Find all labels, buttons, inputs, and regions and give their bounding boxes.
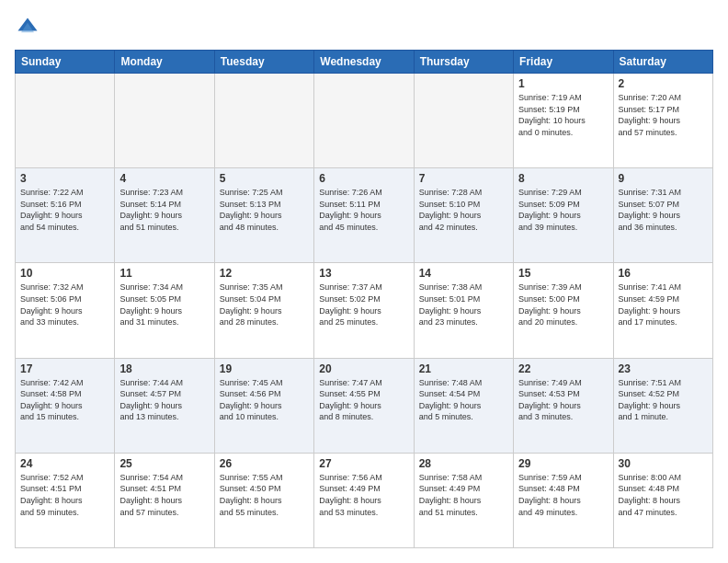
calendar-cell: 25Sunrise: 7:54 AM Sunset: 4:51 PM Dayli…: [115, 453, 214, 547]
calendar-cell: [16, 74, 115, 168]
day-number: 7: [419, 172, 508, 185]
calendar-cell: 1Sunrise: 7:19 AM Sunset: 5:19 PM Daylig…: [514, 74, 613, 168]
calendar-cell: 7Sunrise: 7:28 AM Sunset: 5:10 PM Daylig…: [414, 168, 513, 263]
day-info: Sunrise: 7:39 AM Sunset: 5:00 PM Dayligh…: [518, 282, 608, 327]
day-info: Sunrise: 7:32 AM Sunset: 5:06 PM Dayligh…: [20, 282, 109, 327]
day-number: 11: [119, 267, 209, 280]
day-number: 13: [319, 267, 408, 280]
day-info: Sunrise: 7:51 AM Sunset: 4:52 PM Dayligh…: [619, 377, 708, 423]
day-number: 23: [619, 362, 708, 375]
calendar-cell: 11Sunrise: 7:34 AM Sunset: 5:05 PM Dayli…: [115, 263, 214, 358]
day-number: 4: [119, 172, 209, 185]
calendar-cell: [414, 74, 513, 168]
logo-icon: [15, 15, 40, 40]
day-number: 10: [20, 267, 109, 280]
day-info: Sunrise: 7:55 AM Sunset: 4:50 PM Dayligh…: [220, 472, 309, 518]
day-number: 29: [518, 457, 608, 470]
day-number: 18: [119, 362, 209, 375]
calendar-cell: 26Sunrise: 7:55 AM Sunset: 4:50 PM Dayli…: [214, 453, 313, 547]
calendar-cell: 12Sunrise: 7:35 AM Sunset: 5:04 PM Dayli…: [214, 263, 313, 358]
day-number: 26: [220, 457, 309, 470]
day-number: 27: [319, 457, 408, 470]
day-info: Sunrise: 7:23 AM Sunset: 5:14 PM Dayligh…: [119, 187, 209, 233]
day-info: Sunrise: 7:44 AM Sunset: 4:57 PM Dayligh…: [119, 377, 209, 423]
calendar-cell: 6Sunrise: 7:26 AM Sunset: 5:11 PM Daylig…: [314, 168, 414, 263]
calendar-cell: 3Sunrise: 7:22 AM Sunset: 5:16 PM Daylig…: [16, 168, 115, 263]
day-number: 25: [119, 457, 209, 470]
calendar-cell: 20Sunrise: 7:47 AM Sunset: 4:55 PM Dayli…: [314, 358, 414, 453]
calendar-cell: 28Sunrise: 7:58 AM Sunset: 4:49 PM Dayli…: [414, 453, 513, 547]
day-number: 28: [419, 457, 508, 470]
day-number: 1: [518, 77, 608, 90]
day-number: 8: [518, 172, 608, 185]
calendar-cell: [214, 74, 313, 168]
calendar-cell: 21Sunrise: 7:48 AM Sunset: 4:54 PM Dayli…: [414, 358, 513, 453]
day-number: 17: [20, 362, 109, 375]
calendar-cell: 4Sunrise: 7:23 AM Sunset: 5:14 PM Daylig…: [115, 168, 214, 263]
day-number: 15: [518, 267, 608, 280]
weekday-header-row: SundayMondayTuesdayWednesdayThursdayFrid…: [16, 51, 713, 74]
calendar-cell: 9Sunrise: 7:31 AM Sunset: 5:07 PM Daylig…: [613, 168, 712, 263]
day-number: 3: [20, 172, 109, 185]
calendar-cell: 29Sunrise: 7:59 AM Sunset: 4:48 PM Dayli…: [514, 453, 613, 547]
week-row-5: 24Sunrise: 7:52 AM Sunset: 4:51 PM Dayli…: [16, 453, 713, 547]
day-info: Sunrise: 7:49 AM Sunset: 4:53 PM Dayligh…: [518, 377, 608, 423]
week-row-3: 10Sunrise: 7:32 AM Sunset: 5:06 PM Dayli…: [16, 263, 713, 358]
day-number: 21: [419, 362, 508, 375]
day-info: Sunrise: 7:47 AM Sunset: 4:55 PM Dayligh…: [319, 377, 408, 423]
weekday-header-monday: Monday: [115, 51, 214, 74]
day-number: 12: [220, 267, 309, 280]
day-info: Sunrise: 7:59 AM Sunset: 4:48 PM Dayligh…: [518, 472, 608, 518]
day-info: Sunrise: 7:37 AM Sunset: 5:02 PM Dayligh…: [319, 282, 408, 327]
calendar-cell: 19Sunrise: 7:45 AM Sunset: 4:56 PM Dayli…: [214, 358, 313, 453]
calendar-cell: 23Sunrise: 7:51 AM Sunset: 4:52 PM Dayli…: [613, 358, 712, 453]
day-info: Sunrise: 7:25 AM Sunset: 5:13 PM Dayligh…: [220, 187, 309, 233]
header: [15, 15, 713, 40]
week-row-4: 17Sunrise: 7:42 AM Sunset: 4:58 PM Dayli…: [16, 358, 713, 453]
day-info: Sunrise: 7:29 AM Sunset: 5:09 PM Dayligh…: [518, 187, 608, 233]
weekday-header-saturday: Saturday: [613, 51, 712, 74]
calendar-cell: 30Sunrise: 8:00 AM Sunset: 4:48 PM Dayli…: [613, 453, 712, 547]
day-info: Sunrise: 7:41 AM Sunset: 4:59 PM Dayligh…: [619, 282, 708, 327]
weekday-header-tuesday: Tuesday: [214, 51, 313, 74]
day-number: 6: [319, 172, 408, 185]
day-info: Sunrise: 7:52 AM Sunset: 4:51 PM Dayligh…: [20, 472, 109, 518]
day-number: 22: [518, 362, 608, 375]
logo: [15, 15, 44, 40]
weekday-header-wednesday: Wednesday: [314, 51, 414, 74]
day-number: 5: [220, 172, 309, 185]
day-number: 24: [20, 457, 109, 470]
calendar-cell: 13Sunrise: 7:37 AM Sunset: 5:02 PM Dayli…: [314, 263, 414, 358]
day-info: Sunrise: 7:19 AM Sunset: 5:19 PM Dayligh…: [518, 92, 608, 138]
day-number: 9: [619, 172, 708, 185]
calendar-cell: 14Sunrise: 7:38 AM Sunset: 5:01 PM Dayli…: [414, 263, 513, 358]
day-info: Sunrise: 7:56 AM Sunset: 4:49 PM Dayligh…: [319, 472, 408, 518]
day-info: Sunrise: 7:20 AM Sunset: 5:17 PM Dayligh…: [619, 92, 708, 138]
calendar-cell: 27Sunrise: 7:56 AM Sunset: 4:49 PM Dayli…: [314, 453, 414, 547]
day-number: 20: [319, 362, 408, 375]
day-info: Sunrise: 7:35 AM Sunset: 5:04 PM Dayligh…: [220, 282, 309, 327]
calendar-cell: [314, 74, 414, 168]
calendar-cell: 15Sunrise: 7:39 AM Sunset: 5:00 PM Dayli…: [514, 263, 613, 358]
weekday-header-sunday: Sunday: [16, 51, 115, 74]
calendar-cell: 16Sunrise: 7:41 AM Sunset: 4:59 PM Dayli…: [613, 263, 712, 358]
calendar-cell: 22Sunrise: 7:49 AM Sunset: 4:53 PM Dayli…: [514, 358, 613, 453]
day-info: Sunrise: 7:58 AM Sunset: 4:49 PM Dayligh…: [419, 472, 508, 518]
day-info: Sunrise: 7:48 AM Sunset: 4:54 PM Dayligh…: [419, 377, 508, 423]
day-info: Sunrise: 7:31 AM Sunset: 5:07 PM Dayligh…: [619, 187, 708, 233]
day-info: Sunrise: 7:38 AM Sunset: 5:01 PM Dayligh…: [419, 282, 508, 327]
weekday-header-friday: Friday: [514, 51, 613, 74]
page: SundayMondayTuesdayWednesdayThursdayFrid…: [0, 0, 728, 563]
day-number: 19: [220, 362, 309, 375]
day-info: Sunrise: 8:00 AM Sunset: 4:48 PM Dayligh…: [619, 472, 708, 518]
day-info: Sunrise: 7:42 AM Sunset: 4:58 PM Dayligh…: [20, 377, 109, 423]
day-info: Sunrise: 7:54 AM Sunset: 4:51 PM Dayligh…: [119, 472, 209, 518]
day-number: 30: [619, 457, 708, 470]
weekday-header-thursday: Thursday: [414, 51, 513, 74]
week-row-1: 1Sunrise: 7:19 AM Sunset: 5:19 PM Daylig…: [16, 74, 713, 168]
calendar-cell: 10Sunrise: 7:32 AM Sunset: 5:06 PM Dayli…: [16, 263, 115, 358]
calendar-cell: 8Sunrise: 7:29 AM Sunset: 5:09 PM Daylig…: [514, 168, 613, 263]
calendar-cell: 17Sunrise: 7:42 AM Sunset: 4:58 PM Dayli…: [16, 358, 115, 453]
day-number: 14: [419, 267, 508, 280]
day-info: Sunrise: 7:26 AM Sunset: 5:11 PM Dayligh…: [319, 187, 408, 233]
